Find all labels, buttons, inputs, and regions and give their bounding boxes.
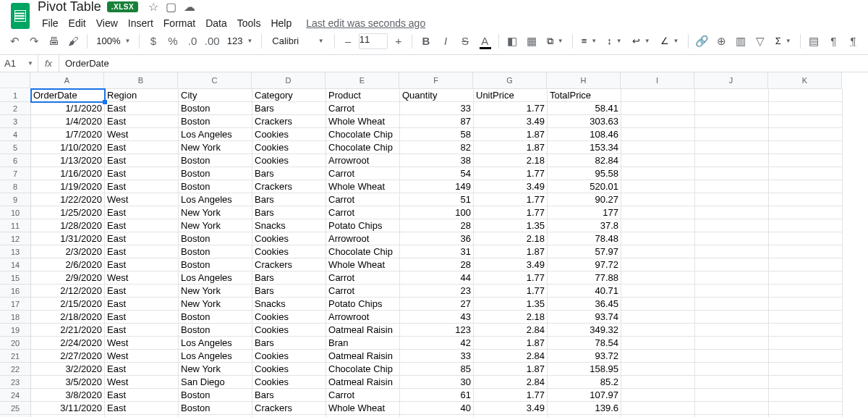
insert-comment-button[interactable]: ⊕ — [712, 32, 731, 51]
data-cell[interactable]: Carrot — [326, 285, 400, 298]
data-cell[interactable] — [769, 389, 843, 402]
data-cell[interactable]: Chocolate Chip — [326, 141, 400, 154]
data-cell[interactable] — [621, 154, 695, 167]
column-header[interactable]: C — [178, 72, 252, 88]
data-cell[interactable]: 82.84 — [548, 154, 621, 167]
increase-decimal-button[interactable]: .00 — [203, 32, 221, 51]
data-cell[interactable]: West — [105, 193, 179, 206]
row-header[interactable]: 3 — [0, 115, 30, 128]
data-cell[interactable]: 78.54 — [548, 337, 621, 350]
data-cell[interactable]: Crackers — [252, 115, 326, 128]
data-cell[interactable]: Snacks — [252, 298, 326, 311]
data-cell[interactable]: West — [105, 271, 179, 285]
data-cell[interactable] — [695, 193, 769, 206]
insert-chart-button[interactable]: ▥ — [732, 32, 750, 51]
data-cell[interactable] — [769, 167, 843, 180]
data-cell[interactable]: 27 — [400, 298, 474, 311]
data-cell[interactable] — [621, 311, 695, 324]
data-cell[interactable]: 44 — [400, 271, 474, 285]
data-cell[interactable]: Cookies — [252, 350, 326, 363]
data-cell[interactable]: Cookies — [252, 311, 326, 324]
data-cell[interactable] — [769, 180, 843, 193]
row-headers[interactable]: 1234567891011121314151617181920212223242… — [0, 89, 31, 417]
data-cell[interactable]: San Diego — [179, 376, 252, 389]
data-cell[interactable] — [695, 167, 769, 180]
data-cell[interactable]: 2.84 — [474, 376, 548, 389]
data-cell[interactable]: 1.87 — [474, 141, 548, 154]
data-cell[interactable]: East — [105, 167, 179, 180]
data-cell[interactable]: East — [105, 311, 179, 324]
data-cell[interactable] — [695, 402, 769, 415]
data-cell[interactable]: Chocolate Chip — [326, 363, 400, 376]
column-header[interactable]: E — [326, 72, 399, 88]
data-cell[interactable]: Carrot — [326, 167, 400, 180]
data-cell[interactable]: 1.77 — [474, 193, 548, 206]
toolbar-extra-3[interactable]: ¶ — [844, 32, 862, 51]
header-cell[interactable]: TotalPrice — [548, 89, 621, 102]
header-cell[interactable]: UnitPrice — [474, 89, 548, 102]
data-cell[interactable]: 30 — [400, 376, 474, 389]
data-cell[interactable]: 100 — [400, 206, 474, 219]
print-button[interactable]: 🖶 — [45, 32, 63, 51]
data-cell[interactable] — [695, 363, 769, 376]
data-cell[interactable] — [695, 311, 769, 324]
filter-button[interactable]: ▽ — [752, 32, 770, 51]
data-cell[interactable]: Boston — [179, 258, 252, 271]
strikethrough-button[interactable]: S — [456, 32, 475, 51]
data-cell[interactable]: 2/27/2020 — [31, 350, 105, 363]
menu-data[interactable]: Data — [201, 16, 231, 30]
zoom-dropdown[interactable]: 100%▼ — [92, 33, 135, 50]
row-header[interactable]: 2 — [0, 102, 30, 115]
header-cell[interactable] — [695, 89, 769, 102]
header-cell[interactable] — [769, 89, 843, 102]
header-cell[interactable]: Category — [252, 89, 326, 102]
font-size-decrease[interactable]: – — [339, 32, 357, 51]
data-cell[interactable]: 2.18 — [474, 154, 548, 167]
data-cell[interactable] — [621, 206, 695, 219]
data-cell[interactable]: 1.77 — [474, 167, 548, 180]
data-cell[interactable]: Cookies — [252, 245, 326, 258]
name-box[interactable]: A1▼ — [0, 55, 38, 72]
header-cell[interactable]: Product — [326, 89, 400, 102]
data-cell[interactable]: 3.49 — [474, 115, 548, 128]
select-all-corner[interactable] — [0, 72, 30, 88]
data-cell[interactable]: 1.87 — [474, 128, 548, 141]
row-header[interactable]: 4 — [0, 128, 30, 141]
data-cell[interactable] — [621, 141, 695, 154]
data-cell[interactable]: East — [105, 363, 179, 376]
data-cell[interactable] — [621, 219, 695, 232]
data-cell[interactable]: 1.77 — [474, 285, 548, 298]
merge-cells-dropdown[interactable]: ⧉▼ — [542, 33, 568, 50]
data-cell[interactable]: Bars — [252, 271, 326, 285]
column-headers[interactable]: ABCDEFGHIJK — [30, 72, 842, 89]
data-cell[interactable]: 2/9/2020 — [31, 271, 105, 285]
data-cell[interactable] — [769, 337, 843, 350]
data-cell[interactable]: 1/28/2020 — [31, 219, 105, 232]
data-cell[interactable]: Arrowroot — [326, 311, 400, 324]
data-cell[interactable] — [695, 245, 769, 258]
data-cell[interactable] — [621, 128, 695, 141]
data-cell[interactable]: 93.72 — [548, 350, 621, 363]
data-cell[interactable]: 61 — [400, 389, 474, 402]
data-cell[interactable]: West — [105, 350, 179, 363]
data-cell[interactable] — [695, 298, 769, 311]
data-cell[interactable]: 36 — [400, 232, 474, 245]
data-cell[interactable]: Boston — [179, 115, 252, 128]
number-format-dropdown[interactable]: 123▼ — [223, 33, 258, 50]
data-cell[interactable]: 1.87 — [474, 337, 548, 350]
row-header[interactable]: 13 — [0, 245, 30, 258]
menu-insert[interactable]: Insert — [124, 16, 158, 30]
data-cell[interactable]: 303.63 — [548, 115, 621, 128]
data-cell[interactable]: Carrot — [326, 206, 400, 219]
data-cell[interactable]: Whole Wheat — [326, 115, 400, 128]
functions-dropdown[interactable]: Σ▼ — [771, 33, 796, 50]
spreadsheet-grid[interactable]: ABCDEFGHIJK 1234567891011121314151617181… — [0, 72, 868, 417]
data-cell[interactable]: 3/8/2020 — [31, 389, 105, 402]
bold-button[interactable]: B — [417, 32, 435, 51]
data-cell[interactable]: 1/16/2020 — [31, 167, 105, 180]
data-cell[interactable]: Crackers — [252, 180, 326, 193]
row-header[interactable]: 24 — [0, 389, 30, 402]
data-cell[interactable]: New York — [179, 298, 252, 311]
data-cell[interactable]: East — [105, 180, 179, 193]
data-cell[interactable]: 2.84 — [474, 350, 548, 363]
